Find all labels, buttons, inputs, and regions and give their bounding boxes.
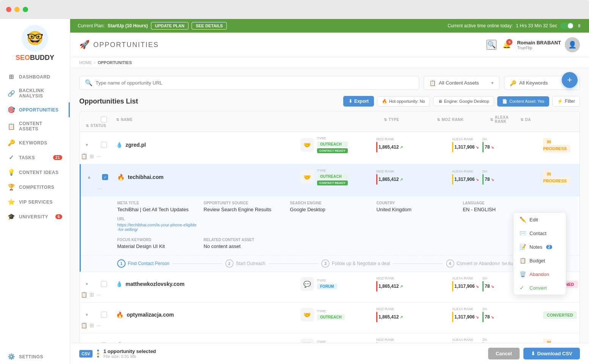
moz-bar bbox=[376, 142, 377, 152]
export-button[interactable]: ⬇ Export bbox=[343, 96, 374, 107]
sidebar-item-content-assets[interactable]: 📋 CONTENT ASSETS bbox=[0, 117, 70, 135]
more-action-button[interactable]: ··· bbox=[96, 153, 101, 159]
language-value: EN - ENGLISH bbox=[463, 207, 543, 212]
filter-button[interactable]: ⚡ Filter bbox=[552, 96, 580, 107]
status-cell: IN PROGRESS bbox=[543, 170, 573, 184]
bookmark-action-button[interactable]: ⊞ bbox=[90, 153, 94, 159]
note-action-button[interactable]: 📋 bbox=[81, 292, 87, 298]
page-title: OPPORTUNITIES bbox=[93, 41, 159, 49]
content-assets-dropdown[interactable]: 📋 All Content Assets ▾ bbox=[424, 76, 499, 90]
active-toggle[interactable] bbox=[560, 22, 574, 29]
more-action-button[interactable]: ··· bbox=[96, 292, 101, 298]
add-fab-button[interactable]: + bbox=[562, 72, 578, 88]
alexa-rank-cell: ALEXA RANK 1,317,906 ↘ bbox=[452, 169, 482, 185]
sort-icon: ⇅ bbox=[520, 118, 524, 122]
content-asset-filter[interactable]: 📄 Content Asset: Yes bbox=[497, 96, 549, 107]
row-checkbox[interactable]: ✓ bbox=[102, 174, 108, 180]
search-input[interactable] bbox=[96, 80, 413, 86]
arrow-down-icon: ↘ bbox=[476, 145, 479, 149]
step-3[interactable]: 3 Follow up & Negotiate a deal bbox=[321, 259, 390, 268]
filters-row: 🔍 📋 All Content Assets ▾ 🔑 All Keywords … bbox=[79, 76, 580, 90]
bookmark-action-button[interactable]: ⊞ bbox=[90, 322, 94, 328]
col-header-status: ⇅ STATUS bbox=[86, 124, 101, 128]
sort-icon: ⇅ bbox=[437, 118, 440, 122]
monitor-icon: 🖥 bbox=[438, 99, 442, 104]
expand-button[interactable]: ▾ bbox=[86, 142, 101, 147]
sidebar-item-dashboard[interactable]: ⊞ DASHBOARD bbox=[0, 69, 70, 84]
row-checkbox[interactable] bbox=[101, 312, 107, 318]
moz-bar bbox=[376, 312, 377, 322]
step-1[interactable]: 1 Find Contact Person bbox=[117, 259, 169, 268]
sidebar-nav: ⊞ DASHBOARD 🔗 BACKLINK ANALYSIS 🎯 OPPORT… bbox=[0, 69, 70, 224]
see-details-button[interactable]: SEE DETAILS bbox=[192, 22, 227, 30]
close-button[interactable] bbox=[6, 7, 11, 12]
alexa-rank-cell: ALEXA RANK 1,317,906 ↘ bbox=[452, 307, 482, 322]
sidebar-item-label: VIP SERVICES bbox=[19, 199, 53, 205]
note-action-button[interactable]: 📋 bbox=[81, 322, 87, 328]
keywords-label: All Keywords bbox=[519, 80, 548, 86]
plan-label: Current Plan: bbox=[78, 23, 105, 28]
more-action-button[interactable]: ··· bbox=[97, 185, 102, 191]
table-row: ▲ ✓ 🔥 techibhai.com 🤝 TYPE OUTREACH CONT… bbox=[80, 164, 580, 272]
sidebar-item-tasks[interactable]: ✓ TASKS 21 bbox=[0, 150, 70, 165]
logo-text: SEOBUDDY bbox=[16, 54, 54, 62]
related-content-value: No content asset bbox=[204, 243, 284, 249]
sidebar-item-label: OPPORTUNITIES bbox=[19, 107, 59, 113]
list-actions: ⬇ Export 🔥 Hot opportunity: No 🖥 Engine:… bbox=[343, 96, 580, 107]
step-divider bbox=[269, 264, 318, 264]
breadcrumb-home[interactable]: HOME bbox=[79, 60, 92, 65]
user-avatar[interactable]: 👤 bbox=[565, 37, 580, 52]
alexa-bar bbox=[452, 281, 453, 292]
context-contact[interactable]: ✉️ Contact bbox=[514, 226, 566, 240]
notifications-button[interactable]: 🔔 5 bbox=[503, 41, 511, 49]
row-checkbox[interactable] bbox=[101, 281, 107, 287]
maximize-button[interactable] bbox=[23, 7, 28, 12]
type-icon: 🤝 bbox=[300, 308, 314, 322]
sidebar-item-settings[interactable]: ⚙️ SETTINGS bbox=[0, 349, 70, 364]
context-edit[interactable]: ✏️ Edit bbox=[514, 213, 566, 226]
sidebar-item-content-ideas[interactable]: 💡 CONTENT IDEAS bbox=[0, 165, 70, 180]
context-convert[interactable]: ✓ Convert bbox=[514, 281, 566, 295]
sidebar-item-vip[interactable]: ⭐ VIP SERVICES bbox=[0, 195, 70, 209]
note-action-button[interactable]: 📋 bbox=[81, 153, 87, 159]
minimize-button[interactable] bbox=[14, 7, 20, 12]
sidebar-item-competitors[interactable]: 🏆 COMPETITORS bbox=[0, 180, 70, 195]
more-action-button[interactable]: ··· bbox=[96, 322, 101, 328]
row-actions: ✉ 📋 ⊞ ··· bbox=[86, 322, 101, 328]
search-button[interactable]: 🔍 bbox=[487, 40, 496, 50]
cancel-button[interactable]: Cancel bbox=[488, 348, 520, 359]
step-label: Find Contact Person bbox=[128, 261, 169, 266]
context-budget[interactable]: 📋 Budget bbox=[514, 254, 566, 267]
dot-green bbox=[97, 356, 99, 358]
context-notes[interactable]: 📝 Notes 2 bbox=[514, 240, 566, 254]
sidebar-item-opportunities[interactable]: 🎯 OPPORTUNITIES bbox=[0, 102, 70, 117]
update-plan-button[interactable]: UPDATE PLAN bbox=[151, 22, 188, 30]
content-assets-label: All Content Assets bbox=[439, 80, 479, 86]
step-4[interactable]: 4 Convert or Abandon bbox=[446, 259, 497, 268]
select-all-checkbox[interactable] bbox=[101, 116, 107, 122]
row-checkbox[interactable] bbox=[101, 342, 107, 343]
hot-opportunity-filter[interactable]: 🔥 Hot opportunity: No bbox=[377, 96, 430, 107]
sidebar-item-keywords[interactable]: 🔑 KEYWORDS bbox=[0, 135, 70, 150]
row-checkbox[interactable] bbox=[101, 142, 107, 148]
sidebar-item-backlink[interactable]: 🔗 BACKLINK ANALYSIS bbox=[0, 84, 70, 102]
type-badge-wrap: TYPE OUTREACH bbox=[317, 309, 345, 320]
sort-icon: ⇅ bbox=[384, 118, 387, 122]
keywords-icon: 🔑 bbox=[8, 139, 15, 146]
expand-button[interactable]: ▾ bbox=[86, 312, 101, 317]
expand-button[interactable]: ▲ bbox=[87, 174, 102, 180]
arrow-down-icon: ↘ bbox=[476, 315, 479, 319]
expand-button[interactable]: ▾ bbox=[86, 281, 101, 287]
country-detail: COUNTRY United Kingdom bbox=[376, 201, 457, 232]
engine-filter[interactable]: 🖥 Engine: Google Desktop bbox=[433, 96, 494, 106]
header-right: 🔍 🔔 5 Romain BRABANT TrueFlip 👤 bbox=[487, 37, 580, 52]
bookmark-action-button[interactable]: ⊞ bbox=[90, 292, 94, 298]
sidebar-item-university[interactable]: 🎓 UNIVERSITY 6 bbox=[0, 209, 70, 224]
download-csv-button[interactable]: ⬇ Download CSV bbox=[523, 348, 580, 359]
type-cell: 📝 TYPE BLOG bbox=[300, 339, 376, 343]
opportunities-icon: 🎯 bbox=[8, 106, 15, 113]
top-bar-left: Current Plan: StartUp (10 Hours) UPDATE … bbox=[78, 22, 227, 30]
context-abandon[interactable]: 🗑️ Abandon bbox=[514, 267, 566, 281]
col-header-mozrank: ⇅ MOZ RANK bbox=[437, 118, 490, 122]
step-2[interactable]: 2 Start Outreach bbox=[225, 259, 265, 268]
